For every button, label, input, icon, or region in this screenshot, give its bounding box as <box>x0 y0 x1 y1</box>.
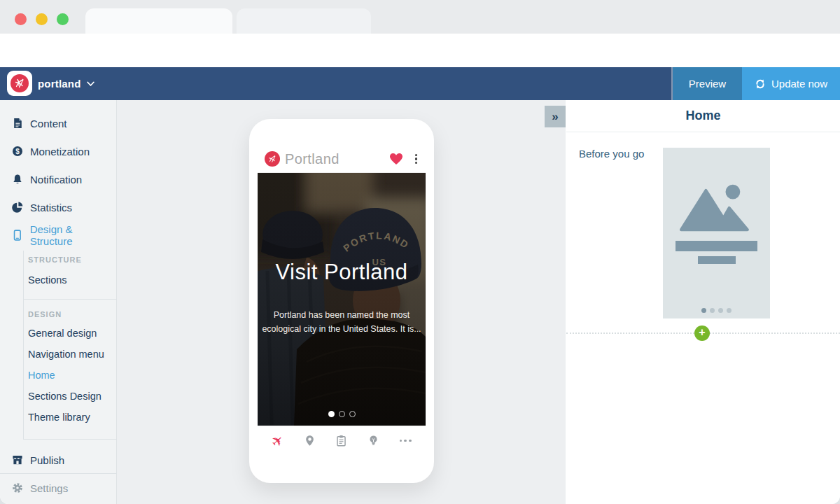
widget-label: Before you go <box>579 148 644 160</box>
sidebar-item-label: Content <box>30 118 67 130</box>
close-window-button[interactable] <box>15 13 27 25</box>
design-section-label: DESIGN <box>28 310 62 318</box>
preview-button-label: Preview <box>689 78 726 90</box>
panel-collapse-button[interactable]: » <box>545 106 566 127</box>
maximize-window-button[interactable] <box>57 13 69 25</box>
sidebar-item-label: Publish <box>30 454 64 466</box>
clipboard-icon[interactable] <box>331 430 352 451</box>
sidebar-item-label: Statistics <box>30 202 72 214</box>
sidebar-item-label: Settings <box>30 482 68 494</box>
panel-title: Home <box>566 108 840 123</box>
sidebar-item-navigation-menu[interactable]: Navigation menu <box>28 349 104 360</box>
preview-button[interactable]: Preview <box>673 67 742 100</box>
portland-logo-icon <box>265 151 280 167</box>
window-controls <box>15 13 69 25</box>
svg-text:$: $ <box>15 148 20 155</box>
sidebar-item-monetization[interactable]: $ Monetization <box>0 137 116 165</box>
sidebar-item-sections-design[interactable]: Sections Design <box>28 391 102 402</box>
app-window: www.myapp.com portland Preview <box>0 0 840 504</box>
portland-logo-icon <box>10 74 29 93</box>
sidebar-item-design-structure[interactable]: Design & Structure <box>0 221 116 249</box>
sidebar-item-notification[interactable]: Notification <box>0 165 116 193</box>
sidebar-item-publish[interactable]: Publish <box>0 446 116 474</box>
sidebar: Content $ Monetization Notification Stat… <box>0 100 117 504</box>
sidebar-item-settings[interactable]: Settings <box>0 474 116 502</box>
minimize-window-button[interactable] <box>36 13 48 25</box>
sidebar-item-sections[interactable]: Sections <box>28 274 67 286</box>
placeholder-pagination-dots <box>663 308 770 313</box>
sidebar-divider <box>23 299 117 300</box>
update-now-button[interactable]: Update now <box>742 67 840 100</box>
hero-title: Visit Portland <box>258 260 426 285</box>
preview-canvas: Portland <box>117 100 566 504</box>
hero-description: Portland has been named the most ecologi… <box>258 308 426 336</box>
phone-menu-icon[interactable] <box>414 153 419 166</box>
hero-description-line2: ecological city in the United States. It… <box>262 324 421 334</box>
smartphone-icon <box>12 230 23 241</box>
sidebar-item-content[interactable]: Content <box>0 109 116 137</box>
phone-tabbar: ✈ <box>258 426 426 455</box>
sidebar-item-theme-library[interactable]: Theme library <box>28 412 90 423</box>
update-now-label: Update now <box>771 78 827 90</box>
phone-screen: Portland <box>258 146 426 455</box>
gear-icon <box>12 482 23 493</box>
image-slideshow-placeholder[interactable] <box>663 148 770 318</box>
app-switcher[interactable]: portland <box>38 67 94 100</box>
app-logo[interactable] <box>7 71 32 96</box>
placeholder-subtitle-bar <box>698 256 736 264</box>
sidebar-item-home[interactable]: Home <box>28 370 55 381</box>
submenu-guide-line <box>23 251 24 439</box>
add-widget-button[interactable]: + <box>694 326 710 341</box>
refresh-icon <box>755 78 766 90</box>
browser-tab-inactive[interactable] <box>237 8 371 34</box>
placeholder-title-bar <box>676 241 757 251</box>
more-icon[interactable] <box>395 430 416 451</box>
hero-description-line1: Portland has been named the most <box>274 310 410 320</box>
panel-divider <box>566 132 840 132</box>
hero-photo: PORTLAND US <box>258 173 426 426</box>
structure-section-label: STRUCTURE <box>28 255 82 264</box>
sidebar-divider <box>23 439 117 440</box>
document-icon <box>12 118 23 129</box>
browser-toolbar: www.myapp.com <box>0 34 840 67</box>
heart-icon[interactable] <box>389 153 403 165</box>
location-pin-icon[interactable] <box>299 430 320 451</box>
sidebar-item-statistics[interactable]: Statistics <box>0 193 116 221</box>
sidebar-item-label: Monetization <box>30 146 90 158</box>
hero-pagination-dots <box>258 411 426 417</box>
chevron-down-icon <box>87 81 94 87</box>
phone-hero-slide[interactable]: PORTLAND US Visit Portland Portlan <box>258 173 426 426</box>
plane-icon[interactable]: ✈ <box>267 430 288 451</box>
lightbulb-icon[interactable] <box>363 430 384 451</box>
app-switcher-name: portland <box>38 78 81 90</box>
sidebar-item-label: Notification <box>30 174 82 186</box>
pie-chart-icon <box>12 202 23 213</box>
browser-chrome <box>0 0 840 34</box>
phone-mockup: Portland <box>249 119 434 483</box>
browser-tab-active[interactable] <box>85 8 232 34</box>
bell-icon <box>12 174 23 185</box>
storefront-icon <box>12 454 23 465</box>
image-placeholder-icon <box>680 183 752 233</box>
sidebar-item-general-design[interactable]: General design <box>28 328 97 339</box>
settings-panel: Home Before you go + <box>566 100 840 504</box>
phone-app-header: Portland <box>258 146 426 173</box>
phone-header-title: Portland <box>285 151 389 167</box>
dollar-icon: $ <box>12 146 23 157</box>
phone-app-logo <box>265 151 280 167</box>
sidebar-item-label: Design & Structure <box>30 223 116 247</box>
